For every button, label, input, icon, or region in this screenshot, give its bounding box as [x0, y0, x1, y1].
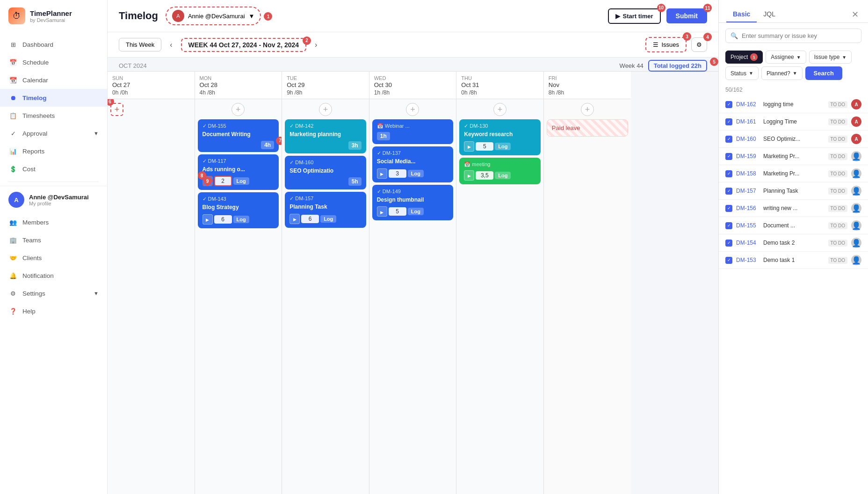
sidebar-label-timesheets: Timesheets	[22, 112, 55, 119]
issue-item[interactable]: DM-153 Demo task 1 TO DO 👤	[719, 252, 868, 269]
task-card-dm137[interactable]: ✓ DM-137 Social Media... Log	[372, 146, 454, 182]
meeting-play-button[interactable]	[464, 170, 474, 181]
issue-checkbox[interactable]	[725, 205, 732, 212]
issue-checkbox[interactable]	[725, 222, 732, 229]
submit-button[interactable]: Submit	[666, 8, 707, 23]
search-box: 🔍	[725, 29, 861, 43]
user-selector[interactable]: A Annie @DevSamurai ▼	[166, 7, 261, 25]
issue-item[interactable]: DM-162 logging time TO DO A	[719, 96, 868, 113]
sidebar-item-calendar[interactable]: 📆 Calendar	[0, 71, 107, 89]
sidebar-item-help[interactable]: ❓ Help	[0, 302, 107, 320]
start-timer-button[interactable]: ▶ Start timer	[608, 8, 661, 24]
sidebar-item-teams[interactable]: 🏢 Teams	[0, 231, 107, 249]
sidebar-item-cost[interactable]: 💲 Cost	[0, 160, 107, 178]
play-icon	[468, 143, 471, 150]
issue-item[interactable]: DM-156 writing new ... TO DO 👤	[719, 200, 868, 217]
filter-project[interactable]: Project 1	[725, 51, 763, 64]
filter-issue-type[interactable]: Issue type ▼	[809, 51, 852, 64]
task-card-webinar[interactable]: 📅 Webinar ... 1h	[372, 119, 454, 144]
dm157-log-button[interactable]: Log	[320, 215, 336, 223]
dm149-log-button[interactable]: Log	[408, 208, 424, 215]
issue-name: Planning Task	[763, 188, 825, 194]
next-week-button[interactable]: ›	[312, 39, 320, 51]
sidebar-item-timesheets[interactable]: 📋 Timesheets	[0, 107, 107, 124]
sidebar-item-timelog[interactable]: ⏺ Timelog	[0, 89, 107, 107]
dm137-play-button[interactable]	[377, 168, 387, 179]
sidebar-label-members: Members	[22, 219, 49, 226]
issue-checkbox[interactable]	[725, 170, 732, 177]
filter-issue-type-label: Issue type	[814, 54, 840, 60]
task-card-dm130[interactable]: ✓ DM-130 Keyword research Log	[459, 119, 541, 155]
tab-jql[interactable]: JQL	[757, 7, 782, 22]
task-card-dm117[interactable]: ✓ DM-117 Ads running o... 8 Log 9	[198, 154, 279, 190]
settings-icon: ⚙	[8, 289, 18, 298]
issue-item[interactable]: DM-155 Document ... TO DO 👤	[719, 217, 868, 234]
dm157-log-input[interactable]	[301, 215, 319, 223]
right-panel: Basic JQL ✕ 🔍 Project 1 Assignee ▼ Issue…	[718, 0, 868, 494]
meeting-log-input[interactable]	[476, 171, 493, 180]
sidebar-label-cost: Cost	[22, 166, 36, 173]
task-card-dm142[interactable]: ✓ DM-142 Marketing planning 3h	[285, 119, 366, 153]
sidebar-item-reports[interactable]: 📊 Reports	[0, 142, 107, 160]
filter-assignee[interactable]: Assignee ▼	[766, 51, 806, 64]
search-input[interactable]	[742, 32, 856, 39]
sidebar-item-schedule[interactable]: 📅 Schedule	[0, 53, 107, 71]
dm130-log-input[interactable]	[476, 142, 493, 151]
issues-button[interactable]: ☰ Issues	[645, 37, 687, 52]
task-card-dm143[interactable]: ✓ DM-143 Blog Strategy Log	[198, 192, 279, 228]
tab-basic[interactable]: Basic	[726, 7, 757, 22]
settings-chevron: ▼	[94, 291, 99, 296]
issue-checkbox[interactable]	[725, 136, 732, 143]
dm137-log-button[interactable]: Log	[408, 170, 424, 177]
filter-assignee-label: Assignee	[771, 54, 794, 60]
task-card-dm155[interactable]: ✓ DM-155 Document Writing 4h 7	[198, 119, 279, 152]
sidebar-item-clients[interactable]: 🤝 Clients	[0, 249, 107, 267]
task-card-dm149[interactable]: ✓ DM-149 Design thumbnail Log	[372, 185, 454, 221]
filter-planned[interactable]: Planned? ▼	[761, 66, 803, 80]
issue-item[interactable]: DM-160 SEO Optimiz... TO DO A	[719, 131, 868, 148]
issue-item[interactable]: DM-158 Marketing Pr... TO DO 👤	[719, 165, 868, 182]
dm149-play-button[interactable]	[377, 206, 387, 217]
add-task-thu[interactable]: +	[493, 103, 506, 116]
issue-checkbox[interactable]	[725, 118, 732, 125]
user-profile[interactable]: A Annie @DevSamurai My profile	[0, 186, 107, 213]
dm117-log-input[interactable]	[214, 176, 232, 186]
meeting-log-button[interactable]: Log	[495, 172, 511, 179]
dm130-play-button[interactable]	[464, 141, 474, 152]
task-card-dm157[interactable]: ✓ DM-157 Planning Task Log	[285, 192, 366, 228]
task-card-dm160[interactable]: ✓ DM-160 SEO Optimizatio 5h	[285, 156, 366, 190]
search-action-button[interactable]: Search	[805, 66, 842, 80]
add-task-mon[interactable]: +	[231, 103, 245, 116]
dm130-log-button[interactable]: Log	[495, 143, 511, 150]
panel-close-button[interactable]: ✕	[850, 7, 861, 22]
add-task-tue[interactable]: +	[319, 103, 332, 116]
dm149-log-input[interactable]	[389, 207, 406, 216]
issue-item[interactable]: DM-157 Planning Task TO DO 👤	[719, 182, 868, 200]
dm143-log-button[interactable]: Log	[233, 216, 249, 223]
issue-checkbox[interactable]	[725, 240, 732, 247]
sidebar-item-dashboard[interactable]: ⊞ Dashboard	[0, 36, 107, 53]
add-task-wed[interactable]: +	[406, 103, 419, 116]
sidebar-item-members[interactable]: 👥 Members	[0, 213, 107, 231]
dm143-play-button[interactable]	[203, 214, 213, 225]
dm143-log-input[interactable]	[214, 215, 232, 224]
issue-checkbox[interactable]	[725, 257, 732, 264]
sidebar-item-settings[interactable]: ⚙ Settings ▼	[0, 284, 107, 302]
this-week-button[interactable]: This Week	[119, 38, 161, 51]
dm137-log-input[interactable]	[389, 169, 406, 178]
dm117-log-button[interactable]: Log	[233, 177, 249, 185]
filter-status[interactable]: Status ▼	[725, 66, 759, 80]
task-card-meeting[interactable]: 📅 meeting Log	[459, 158, 541, 184]
annotation-10: 10	[657, 4, 665, 12]
sidebar-item-notification[interactable]: 🔔 Notification	[0, 267, 107, 284]
issue-item[interactable]: DM-159 Marketing Pr... TO DO 👤	[719, 148, 868, 165]
issue-checkbox[interactable]	[725, 153, 732, 160]
issue-item[interactable]: DM-154 Demo task 2 TO DO 👤	[719, 234, 868, 252]
issue-checkbox[interactable]	[725, 101, 732, 108]
dm157-play-button[interactable]	[289, 214, 300, 224]
add-task-fri[interactable]: +	[581, 103, 594, 116]
issue-checkbox[interactable]	[725, 188, 732, 195]
prev-week-button[interactable]: ‹	[167, 39, 175, 51]
sidebar-item-approval[interactable]: ✓ Approval ▼	[0, 124, 107, 142]
issue-item[interactable]: DM-161 Logging Time TO DO A	[719, 113, 868, 131]
